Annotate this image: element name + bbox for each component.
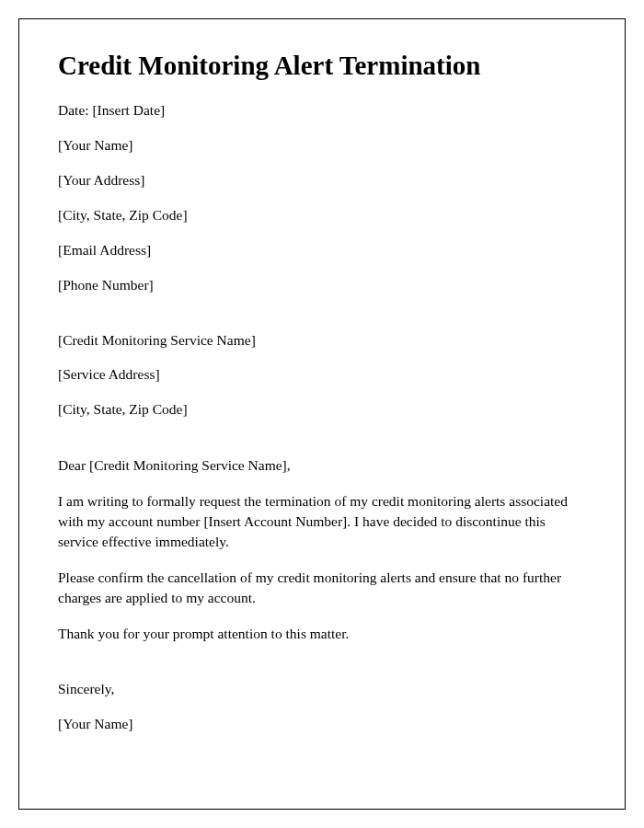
body-paragraph-2: Please confirm the cancellation of my cr… (58, 568, 586, 608)
spacer (58, 660, 586, 680)
recipient-city-state-zip: [City, State, Zip Code] (58, 400, 586, 420)
body-paragraph-3: Thank you for your prompt attention to t… (58, 624, 586, 644)
closing-signoff: Sincerely, (58, 680, 586, 699)
recipient-address: [Service Address] (58, 365, 586, 385)
sender-phone: [Phone Number] (58, 276, 586, 295)
salutation: Dear [Credit Monitoring Service Name], (58, 455, 586, 476)
document-page: Credit Monitoring Alert Termination Date… (18, 18, 626, 810)
closing-name: [Your Name] (58, 715, 586, 734)
page-title: Credit Monitoring Alert Termination (58, 51, 586, 81)
spacer (58, 435, 586, 455)
sender-address: [Your Address] (58, 171, 586, 190)
recipient-service-name: [Credit Monitoring Service Name] (58, 331, 586, 351)
date-line: Date: [Insert Date] (58, 101, 586, 121)
sender-city-state-zip: [City, State, Zip Code] (58, 206, 586, 225)
spacer (58, 311, 586, 331)
sender-name: [Your Name] (58, 136, 586, 155)
body-paragraph-1: I am writing to formally request the ter… (58, 491, 586, 552)
sender-email: [Email Address] (58, 241, 586, 260)
